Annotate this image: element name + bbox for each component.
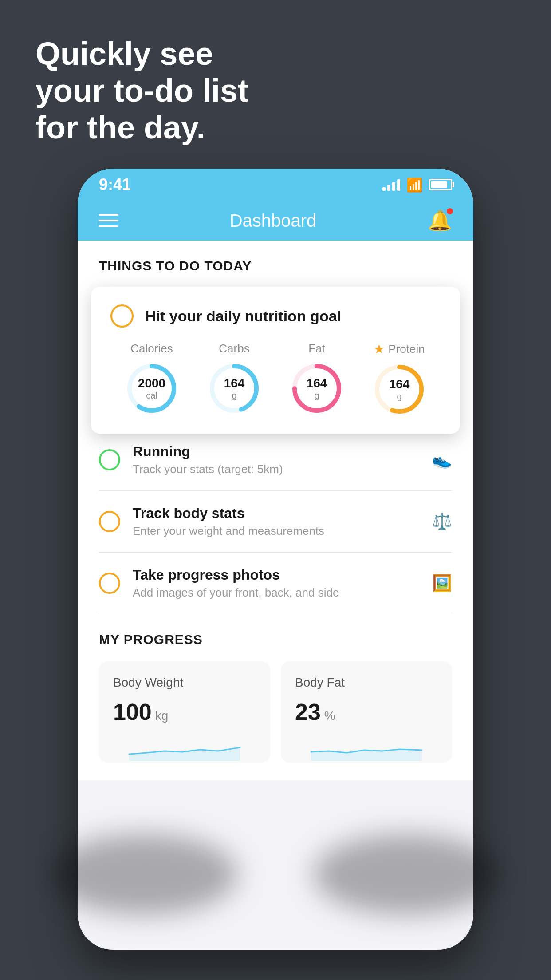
fat-ring: 164 g: [290, 362, 343, 415]
running-desc: Track your stats (target: 5km): [133, 462, 420, 476]
phone-frame: 9:41 📶 Dashboard 🔔: [78, 169, 473, 950]
body-weight-number: 100: [113, 699, 152, 725]
shadow-left: [51, 834, 237, 914]
body-weight-chart: [113, 734, 256, 761]
body-fat-chart: [295, 734, 438, 761]
status-icons: 📶: [382, 177, 452, 193]
nutrition-title: Hit your daily nutrition goal: [145, 308, 341, 325]
nutrition-card[interactable]: Hit your daily nutrition goal Calories: [91, 287, 460, 434]
body-stats-icon: ⚖️: [432, 512, 452, 531]
protein-unit: g: [389, 391, 410, 401]
shadow-right: [314, 834, 500, 914]
things-to-do-section: THINGS TO DO TODAY: [78, 241, 473, 282]
fat-label: Fat: [308, 342, 325, 356]
carbs-value: 164: [224, 377, 245, 391]
calories-unit: cal: [138, 390, 165, 400]
wifi-icon: 📶: [406, 177, 423, 193]
fat-unit: g: [307, 390, 327, 400]
body-stats-desc: Enter your weight and measurements: [133, 524, 420, 538]
body-stats-check-circle: [99, 511, 120, 532]
battery-icon: [429, 179, 452, 190]
photos-icon: 🖼️: [432, 574, 452, 593]
signal-icon: [382, 178, 400, 191]
running-icon: 👟: [432, 450, 452, 469]
photos-desc: Add images of your front, back, and side: [133, 586, 420, 600]
body-stats-name: Track body stats: [133, 505, 420, 522]
carbs-ring: 164 g: [208, 362, 261, 415]
nutrition-stats: Calories 2000 cal: [110, 342, 441, 416]
body-fat-card[interactable]: Body Fat 23 %: [281, 661, 452, 763]
carbs-label: Carbs: [219, 342, 249, 356]
stat-fat: Fat 164 g: [290, 342, 343, 415]
nutrition-check-circle: [110, 304, 134, 328]
protein-label: ★ Protein: [374, 342, 425, 356]
body-weight-unit: kg: [155, 709, 169, 723]
protein-ring: 164 g: [373, 363, 426, 416]
calories-value-wrapper: 2000 cal: [138, 377, 165, 400]
nutrition-card-header: Hit your daily nutrition goal: [110, 304, 441, 328]
running-info: Running Track your stats (target: 5km): [133, 443, 420, 476]
todo-item-body-stats[interactable]: Track body stats Enter your weight and m…: [99, 491, 452, 553]
calories-label: Calories: [130, 342, 173, 356]
hero-text: Quickly see your to-do list for the day.: [35, 36, 248, 146]
protein-value: 164: [389, 378, 410, 391]
main-content: THINGS TO DO TODAY Hit your daily nutrit…: [78, 241, 473, 780]
phone-mockup: 9:41 📶 Dashboard 🔔: [78, 169, 473, 950]
body-fat-number: 23: [295, 699, 321, 725]
fat-value-wrapper: 164 g: [307, 377, 327, 400]
todo-list: Running Track your stats (target: 5km) 👟…: [78, 429, 473, 614]
status-bar: 9:41 📶: [78, 169, 473, 201]
fat-value: 164: [307, 377, 327, 391]
nav-bar: Dashboard 🔔: [78, 201, 473, 241]
carbs-value-wrapper: 164 g: [224, 377, 245, 400]
progress-cards: Body Weight 100 kg Body Fat: [99, 661, 452, 763]
body-fat-title: Body Fat: [295, 676, 438, 690]
photos-check-circle: [99, 573, 120, 594]
notification-dot: [446, 207, 454, 215]
stat-calories: Calories 2000 cal: [125, 342, 178, 415]
stat-protein: ★ Protein 164 g: [373, 342, 426, 416]
body-fat-unit: %: [324, 709, 335, 723]
photos-name: Take progress photos: [133, 567, 420, 583]
body-stats-info: Track body stats Enter your weight and m…: [133, 505, 420, 538]
body-weight-title: Body Weight: [113, 676, 256, 690]
my-progress-section: MY PROGRESS Body Weight 100 kg: [78, 614, 473, 780]
hero-line3: for the day.: [35, 109, 248, 146]
progress-section-title: MY PROGRESS: [99, 632, 452, 647]
body-weight-card[interactable]: Body Weight 100 kg: [99, 661, 270, 763]
protein-value-wrapper: 164 g: [389, 378, 410, 401]
star-icon: ★: [374, 342, 385, 356]
things-to-do-title: THINGS TO DO TODAY: [99, 258, 452, 273]
calories-ring: 2000 cal: [125, 362, 178, 415]
body-fat-value-row: 23 %: [295, 699, 438, 725]
stat-carbs: Carbs 164 g: [208, 342, 261, 415]
running-check-circle: [99, 449, 120, 470]
todo-item-running[interactable]: Running Track your stats (target: 5km) 👟: [99, 429, 452, 491]
body-weight-value-row: 100 kg: [113, 699, 256, 725]
photos-info: Take progress photos Add images of your …: [133, 567, 420, 600]
hero-line2: your to-do list: [35, 72, 248, 109]
hero-line1: Quickly see: [35, 36, 248, 72]
hamburger-menu[interactable]: [99, 214, 118, 227]
carbs-unit: g: [224, 390, 245, 400]
running-name: Running: [133, 443, 420, 460]
nav-title: Dashboard: [230, 211, 317, 231]
calories-value: 2000: [138, 377, 165, 391]
todo-item-progress-photos[interactable]: Take progress photos Add images of your …: [99, 553, 452, 614]
notifications-button[interactable]: 🔔: [428, 209, 452, 232]
status-time: 9:41: [99, 175, 131, 194]
